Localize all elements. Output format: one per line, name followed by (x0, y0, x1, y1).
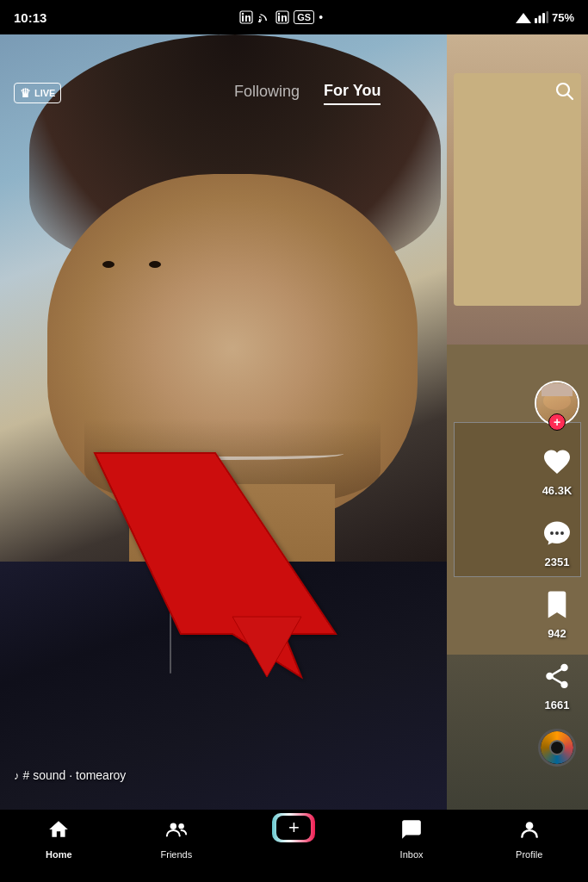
svg-rect-9 (538, 16, 541, 23)
heart-icon (542, 446, 573, 477)
plus-icon: + (276, 816, 311, 840)
comment-icon (542, 518, 573, 549)
top-navigation: ♛ LIVE Following For You (0, 69, 588, 117)
svg-rect-10 (542, 13, 545, 23)
profile-label: Profile (516, 849, 542, 860)
svg-rect-5 (278, 16, 280, 22)
share-action[interactable]: 1661 (538, 657, 576, 711)
battery-percentage: 75% (552, 11, 574, 24)
svg-point-22 (170, 823, 176, 829)
svg-line-13 (568, 95, 573, 100)
svg-point-19 (550, 531, 554, 535)
home-icon (47, 818, 70, 846)
video-background (0, 34, 588, 810)
home-label: Home (46, 849, 72, 860)
comment-action[interactable]: 2351 (538, 514, 576, 568)
like-count: 46.3K (542, 484, 573, 497)
live-button[interactable]: ♛ LIVE (14, 83, 61, 103)
nav-tabs: Following For You (234, 82, 381, 105)
nav-item-profile[interactable]: Profile (504, 818, 555, 860)
friends-icon (165, 818, 188, 846)
music-note-icon: ♪ (14, 769, 20, 782)
bookmark-count: 942 (548, 627, 566, 640)
svg-point-20 (555, 531, 559, 535)
comment-count: 2351 (545, 556, 570, 568)
sound-text: # sound · tomearoy (23, 768, 127, 782)
nav-item-friends[interactable]: Friends (151, 818, 202, 860)
like-button[interactable] (538, 443, 576, 481)
right-sidebar: + 46.3K (535, 381, 579, 767)
live-label: LIVE (34, 88, 55, 98)
comment-button[interactable] (538, 514, 576, 552)
svg-marker-7 (516, 13, 531, 23)
status-bar: 10:13 GS • (0, 0, 588, 34)
linkedin2-icon (275, 10, 289, 24)
svg-point-6 (278, 13, 280, 15)
nav-item-home[interactable]: Home (33, 818, 84, 860)
svg-point-23 (178, 823, 184, 829)
creator-avatar-container[interactable]: + (535, 381, 579, 425)
svg-point-24 (525, 822, 533, 829)
status-center-icons: GS • (239, 10, 323, 24)
status-time: 10:13 (14, 10, 46, 25)
svg-rect-11 (546, 11, 548, 23)
svg-point-2 (242, 13, 244, 15)
share-button[interactable] (538, 657, 576, 695)
inbox-label: Inbox (400, 849, 424, 860)
share-count: 1661 (545, 699, 570, 711)
bookmark-icon (543, 589, 571, 620)
like-action[interactable]: 46.3K (538, 443, 576, 497)
status-icons: 75% (516, 11, 574, 24)
profile-icon (518, 818, 541, 846)
linkedin-icon (239, 10, 253, 24)
music-disc (538, 729, 576, 767)
dot-indicator: • (319, 10, 323, 24)
cast-icon (257, 10, 271, 24)
gs-badge: GS (294, 10, 314, 24)
bottom-navigation: Home Friends + Inbox (0, 810, 588, 882)
music-disc-action[interactable] (538, 729, 576, 767)
video-container[interactable]: ♛ LIVE Following For You (0, 34, 588, 810)
crown-icon: ♛ (20, 86, 31, 100)
svg-rect-1 (242, 16, 244, 22)
bars-icon (535, 11, 548, 23)
search-icon (554, 80, 574, 101)
friends-label: Friends (161, 849, 193, 860)
nav-item-inbox[interactable]: Inbox (386, 818, 437, 860)
tab-following[interactable]: Following (234, 83, 300, 104)
photo-eyes (102, 261, 161, 268)
photo-face (47, 174, 418, 523)
share-icon (542, 662, 572, 691)
nav-item-create[interactable]: + (268, 813, 319, 842)
follow-plus-button[interactable]: + (548, 413, 566, 431)
signal-icon (516, 11, 531, 23)
create-button[interactable]: + (272, 813, 315, 842)
tab-for-you[interactable]: For You (324, 82, 381, 105)
svg-rect-3 (258, 21, 261, 22)
bookmark-button[interactable] (538, 586, 576, 624)
sound-label: ♪ # sound · tomearoy (14, 768, 126, 782)
bookmark-action[interactable]: 942 (538, 586, 576, 640)
svg-rect-8 (535, 18, 537, 23)
search-button[interactable] (554, 80, 574, 106)
svg-point-21 (560, 531, 564, 535)
inbox-icon (400, 818, 423, 846)
